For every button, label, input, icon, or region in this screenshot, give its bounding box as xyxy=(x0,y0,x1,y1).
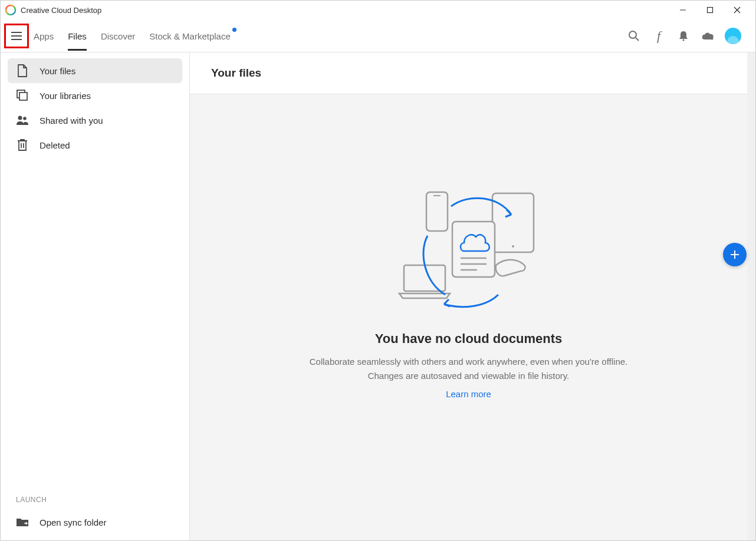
svg-point-8 xyxy=(629,31,636,38)
sidebar-item-deleted[interactable]: Deleted xyxy=(8,133,182,157)
tab-files[interactable]: Files xyxy=(68,21,87,51)
add-button[interactable] xyxy=(723,243,747,266)
folder-sync-icon xyxy=(16,516,29,529)
sidebar-item-your-files[interactable]: Your files xyxy=(8,58,182,83)
empty-illustration xyxy=(392,189,545,315)
libraries-icon xyxy=(16,89,29,102)
app-icon xyxy=(5,5,16,15)
sidebar-item-label: Open sync folder xyxy=(40,517,106,527)
window-title: Creative Cloud Desktop xyxy=(21,6,669,15)
titlebar: Creative Cloud Desktop xyxy=(1,1,755,19)
svg-rect-15 xyxy=(492,193,534,252)
close-button[interactable] xyxy=(724,1,751,19)
sidebar-item-open-sync-folder[interactable]: Open sync folder xyxy=(8,510,182,535)
svg-point-0 xyxy=(6,5,15,15)
content-area: Your files xyxy=(189,52,747,540)
svg-rect-17 xyxy=(426,192,448,231)
user-avatar[interactable] xyxy=(725,28,741,44)
window-controls xyxy=(669,1,751,19)
main-area: Your files Your libraries Shared with yo… xyxy=(1,52,755,540)
page-title: Your files xyxy=(211,67,726,80)
trash-icon xyxy=(16,138,29,151)
minimize-button[interactable] xyxy=(669,1,696,19)
tab-stock-marketplace[interactable]: Stock & Marketplace xyxy=(149,21,231,51)
sidebar-item-label: Your files xyxy=(40,66,75,76)
notification-dot-icon xyxy=(232,28,236,32)
notifications-icon[interactable] xyxy=(675,28,692,44)
sidebar-item-label: Your libraries xyxy=(40,91,91,101)
cloud-sync-icon[interactable] xyxy=(700,28,716,44)
svg-line-9 xyxy=(636,38,639,41)
tab-discover[interactable]: Discover xyxy=(101,21,135,51)
nav-icons: f xyxy=(626,28,751,44)
file-icon xyxy=(16,64,29,77)
fonts-icon[interactable]: f xyxy=(650,28,667,44)
svg-point-10 xyxy=(683,39,685,41)
content-body: You have no cloud documents Collaborate … xyxy=(190,94,747,540)
sidebar-item-shared[interactable]: Shared with you xyxy=(8,108,182,133)
svg-rect-12 xyxy=(19,93,27,100)
empty-state-title: You have no cloud documents xyxy=(375,331,562,347)
content-header: Your files xyxy=(190,52,747,94)
nav-tabs: Apps Files Discover Stock & Marketplace xyxy=(34,21,231,51)
scrollbar[interactable] xyxy=(747,52,755,540)
svg-point-13 xyxy=(18,116,22,120)
svg-point-16 xyxy=(512,245,514,248)
hamburger-highlight xyxy=(4,24,29,48)
hamburger-menu-button[interactable] xyxy=(6,25,27,47)
tab-apps[interactable]: Apps xyxy=(34,21,54,51)
svg-point-14 xyxy=(23,117,27,120)
sidebar: Your files Your libraries Shared with yo… xyxy=(1,52,189,540)
tab-stock-label: Stock & Marketplace xyxy=(149,31,231,41)
maximize-button[interactable] xyxy=(696,1,724,19)
search-icon[interactable] xyxy=(626,28,642,44)
svg-rect-19 xyxy=(404,265,445,291)
svg-rect-2 xyxy=(708,8,713,13)
top-nav: Apps Files Discover Stock & Marketplace … xyxy=(1,19,755,52)
learn-more-link[interactable]: Learn more xyxy=(446,389,491,399)
sidebar-item-your-libraries[interactable]: Your libraries xyxy=(8,83,182,108)
empty-state-description: Collaborate seamlessly with others and w… xyxy=(304,355,634,383)
shared-icon xyxy=(16,114,29,127)
sidebar-item-label: Shared with you xyxy=(40,116,103,126)
sidebar-section-launch: LAUNCH xyxy=(8,496,182,510)
sidebar-item-label: Deleted xyxy=(40,140,70,150)
